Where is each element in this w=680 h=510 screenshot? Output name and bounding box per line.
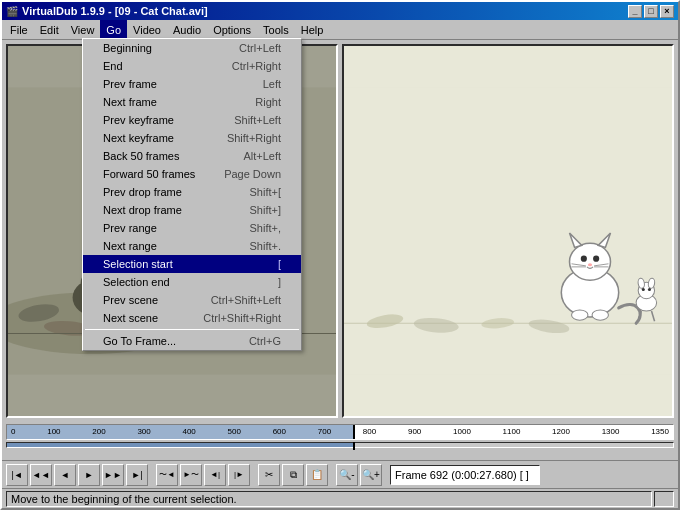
menu-options[interactable]: Options (207, 20, 257, 39)
menu-view[interactable]: View (65, 20, 101, 39)
title-bar: 🎬 VirtualDub 1.9.9 - [09 - Cat Chat.avi]… (2, 2, 678, 20)
go-forward-50[interactable]: Forward 50 frames Page Down (83, 165, 301, 183)
svg-point-39 (648, 288, 651, 291)
close-button[interactable]: × (660, 5, 674, 18)
title-bar-buttons: _ □ × (628, 5, 674, 18)
status-message: Move to the beginning of the current sel… (11, 493, 237, 505)
controls-bar: |◄ ◄◄ ◄ ► ►► ►| 〜◄ ►〜 ◄| |► ✂ ⧉ 📋 🔍- 🔍+ … (2, 460, 678, 488)
go-prev-frame[interactable]: Prev frame Left (83, 75, 301, 93)
svg-point-38 (642, 288, 645, 291)
go-menu-dropdown: Beginning Ctrl+Left End Ctrl+Right Prev … (82, 38, 302, 351)
svg-point-33 (592, 310, 608, 320)
right-video-frame (344, 46, 672, 416)
zoom-out-button[interactable]: 🔍- (336, 464, 358, 486)
go-back-50[interactable]: Back 50 frames Alt+Left (83, 147, 301, 165)
ruler-labels: 0 100 200 300 400 500 600 700 800 900 10… (7, 427, 673, 436)
minimize-button[interactable]: _ (628, 5, 642, 18)
status-indicator (654, 491, 674, 507)
go-end-button[interactable]: ►| (126, 464, 148, 486)
go-beginning-button[interactable]: |◄ (6, 464, 28, 486)
go-dropdown-menu: Beginning Ctrl+Left End Ctrl+Right Prev … (82, 38, 302, 351)
paste-button[interactable]: 📋 (306, 464, 328, 486)
menu-go[interactable]: Go (100, 20, 127, 39)
go-to-frame[interactable]: Go To Frame... Ctrl+G (83, 332, 301, 350)
frame-display: Frame 692 (0:00:27.680) [ ] (390, 465, 540, 485)
app-icon: 🎬 (6, 6, 18, 17)
next-keyframe-button[interactable]: ►► (102, 464, 124, 486)
prev-scene-button[interactable]: ◄| (204, 464, 226, 486)
frame-display-text: Frame 692 (0:00:27.680) [ ] (395, 469, 529, 481)
svg-rect-15 (344, 88, 672, 375)
go-prev-drop[interactable]: Prev drop frame Shift+[ (83, 183, 301, 201)
next-frame-button[interactable]: ► (78, 464, 100, 486)
go-next-range[interactable]: Next range Shift+. (83, 237, 301, 255)
go-prev-scene[interactable]: Prev scene Ctrl+Shift+Left (83, 291, 301, 309)
copy-button[interactable]: ⧉ (282, 464, 304, 486)
menu-edit[interactable]: Edit (34, 20, 65, 39)
menu-video[interactable]: Video (127, 20, 167, 39)
app-window: 🎬 VirtualDub 1.9.9 - [09 - Cat Chat.avi]… (0, 0, 680, 510)
menu-bar: File Edit View Go Video Audio Options To… (2, 20, 678, 40)
prev-frame-button[interactable]: ◄ (54, 464, 76, 486)
svg-point-32 (572, 310, 588, 320)
svg-point-22 (570, 243, 611, 280)
timeline-section: 0 100 200 300 400 500 600 700 800 900 10… (2, 422, 678, 460)
status-text: Move to the beginning of the current sel… (6, 491, 652, 507)
go-selection-end[interactable]: Selection end ] (83, 273, 301, 291)
next-drop-button[interactable]: ►〜 (180, 464, 202, 486)
window-title: VirtualDub 1.9.9 - [09 - Cat Chat.avi] (22, 5, 208, 17)
menu-audio[interactable]: Audio (167, 20, 207, 39)
right-video-panel (342, 44, 674, 418)
timeline-track[interactable] (6, 442, 674, 448)
go-selection-start[interactable]: Selection start [ (83, 255, 301, 273)
go-prev-keyframe[interactable]: Prev keyframe Shift+Left (83, 111, 301, 129)
zoom-in-button[interactable]: 🔍+ (360, 464, 382, 486)
timeline-ruler[interactable]: 0 100 200 300 400 500 600 700 800 900 10… (6, 424, 674, 440)
timeline-track-fill (7, 443, 353, 447)
menu-file[interactable]: File (4, 20, 34, 39)
go-next-scene[interactable]: Next scene Ctrl+Shift+Right (83, 309, 301, 327)
menu-help[interactable]: Help (295, 20, 330, 39)
menu-separator (85, 329, 299, 330)
cut-button[interactable]: ✂ (258, 464, 280, 486)
menu-tools[interactable]: Tools (257, 20, 295, 39)
svg-point-27 (588, 263, 592, 266)
prev-keyframe-button[interactable]: ◄◄ (30, 464, 52, 486)
status-bar: Move to the beginning of the current sel… (2, 488, 678, 508)
timeline-track-marker (353, 442, 355, 450)
svg-point-26 (593, 256, 599, 262)
maximize-button[interactable]: □ (644, 5, 658, 18)
svg-point-25 (581, 256, 587, 262)
go-beginning[interactable]: Beginning Ctrl+Left (83, 39, 301, 57)
next-scene-button[interactable]: |► (228, 464, 250, 486)
go-next-keyframe[interactable]: Next keyframe Shift+Right (83, 129, 301, 147)
go-end[interactable]: End Ctrl+Right (83, 57, 301, 75)
go-next-frame[interactable]: Next frame Right (83, 93, 301, 111)
prev-drop-button[interactable]: 〜◄ (156, 464, 178, 486)
go-prev-range[interactable]: Prev range Shift+, (83, 219, 301, 237)
go-next-drop[interactable]: Next drop frame Shift+] (83, 201, 301, 219)
